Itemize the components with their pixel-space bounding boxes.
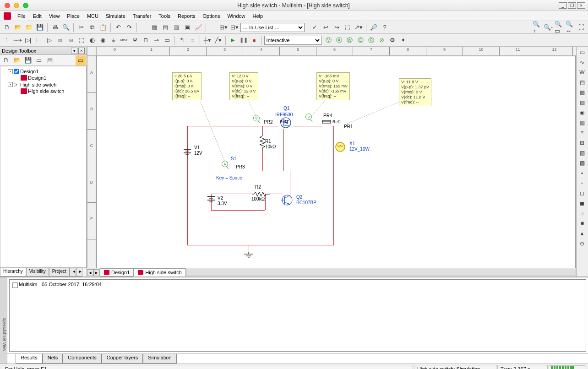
new-project-icon[interactable]: 🗋 xyxy=(1,55,11,65)
in-use-list-select[interactable]: --- In-Use List --- xyxy=(240,23,305,32)
open-project-icon[interactable]: 📂 xyxy=(12,55,22,65)
menu-window[interactable]: Window xyxy=(223,12,249,20)
place-connector-icon[interactable]: ⊸ xyxy=(152,35,161,45)
document-tab-design1[interactable]: Design1 xyxy=(100,268,134,277)
place-misc-digital-icon[interactable]: ⬚ xyxy=(76,35,86,45)
database-manager-icon[interactable]: ▣ xyxy=(182,22,192,33)
iv-analyzer-icon[interactable]: ▨ xyxy=(577,148,587,157)
expand-icon[interactable]: - xyxy=(8,82,13,87)
menu-help[interactable]: Help xyxy=(249,12,267,20)
tab-project[interactable]: Project xyxy=(49,268,70,277)
project-props-icon[interactable]: ▤ xyxy=(45,55,55,65)
tab-scroll-right-icon[interactable]: ▸ xyxy=(93,269,100,276)
component-chooser-icon[interactable]: ⊞▾ xyxy=(218,22,229,33)
place-ttl-icon[interactable]: ⧈ xyxy=(55,35,65,45)
run-simulation-icon[interactable]: ▶ xyxy=(228,35,238,45)
forward-annotate-icon[interactable]: ↪ xyxy=(332,22,342,33)
tree-checkbox[interactable] xyxy=(14,69,19,74)
document-tab-highside[interactable]: High side switch xyxy=(134,268,185,277)
tab-copper-layers[interactable]: Copper layers xyxy=(102,354,143,364)
tab-components[interactable]: Components xyxy=(63,354,101,364)
probe-manager-icon[interactable]: ✦ xyxy=(398,35,408,45)
menu-reports[interactable]: Reports xyxy=(174,12,199,20)
find-icon[interactable]: 🔎 xyxy=(369,22,379,33)
tree-node-highside[interactable]: - ▷ High side switch xyxy=(1,81,85,88)
zoom-fit-icon[interactable]: 🔍↔ xyxy=(565,22,575,33)
menu-mcu[interactable]: MCU xyxy=(83,12,102,20)
distortion-icon[interactable]: ▩ xyxy=(577,158,587,168)
current-probe-icon[interactable]: ⊙ xyxy=(577,239,587,248)
wattmeter-icon[interactable]: W xyxy=(577,68,587,77)
probe-current-icon[interactable]: Ⓐ xyxy=(334,35,344,45)
schematic-canvas[interactable]: I: 26.5 uA I(p-p): 0 A I(rms): 0 A I(dc)… xyxy=(96,56,575,268)
place-mcu-icon[interactable]: ▭ xyxy=(162,35,172,45)
multimeter-icon[interactable]: ▭ xyxy=(577,48,587,57)
tab-scroll-left-icon[interactable]: ◂ xyxy=(87,269,93,276)
tab-results[interactable]: Results xyxy=(16,354,43,364)
place-analog-icon[interactable]: ▷ xyxy=(44,35,54,45)
place-cmos-icon[interactable]: ⧇ xyxy=(66,35,76,45)
copy-icon[interactable]: ⧉ xyxy=(87,22,97,33)
menu-place[interactable]: Place xyxy=(63,12,83,20)
probe-voltage-icon[interactable]: Ⓥ xyxy=(323,35,333,45)
tab-hierarchy[interactable]: Hierarchy xyxy=(0,268,26,277)
dc-source-v1-icon[interactable] xyxy=(183,146,192,158)
rename-folder-icon[interactable]: ▭ xyxy=(76,55,86,65)
probe-power-icon[interactable]: Ⓦ xyxy=(345,35,354,45)
menu-file[interactable]: File xyxy=(14,12,29,20)
place-power-icon[interactable]: ⏚ xyxy=(109,35,118,45)
redo-icon[interactable]: ↷ xyxy=(124,22,134,33)
horizontal-scrollbar[interactable] xyxy=(186,269,576,276)
place-transistor-icon[interactable]: ⊢ xyxy=(34,35,44,45)
tree-node-highside-child[interactable]: High side switch xyxy=(1,88,85,94)
ground-symbol-icon[interactable] xyxy=(243,252,254,260)
freq-counter-icon[interactable]: ◉ xyxy=(577,108,587,117)
probe-settings-icon[interactable]: ⚙ xyxy=(387,35,397,45)
place-electromech-icon[interactable]: ⊓ xyxy=(141,35,150,45)
toggle-design-toolbox-icon[interactable]: ▦ xyxy=(149,22,159,33)
print-preview-icon[interactable]: 🔍 xyxy=(61,22,71,33)
tab-scroll-right-icon[interactable]: ▸ xyxy=(76,268,82,277)
bode-plotter-icon[interactable]: ▧ xyxy=(577,98,587,107)
wire-icon[interactable]: ╱▾ xyxy=(213,35,223,45)
ultiboard-icon[interactable]: ⬚ xyxy=(343,22,353,33)
undo-icon[interactable]: ↶ xyxy=(113,22,123,33)
grapher-icon[interactable]: 📈 xyxy=(193,22,203,33)
pause-simulation-icon[interactable]: ❚❚ xyxy=(239,35,248,45)
mdi-restore-icon[interactable]: ❐ xyxy=(568,2,576,9)
menu-options[interactable]: Options xyxy=(199,12,224,20)
maximize-window-icon[interactable] xyxy=(23,3,28,8)
probe-ref-icon[interactable]: Ⓡ xyxy=(366,35,376,45)
oscilloscope-icon[interactable]: ▤ xyxy=(577,78,587,87)
agilent-fgen-icon[interactable]: ◻ xyxy=(577,189,587,198)
zoom-in-icon[interactable]: 🔍+ xyxy=(532,22,542,33)
network-analyzer-icon[interactable]: ▫ xyxy=(577,179,587,188)
tab-scroll-left-icon[interactable]: ◂ xyxy=(70,268,76,277)
toggle-netlist-icon[interactable]: ▥ xyxy=(171,22,181,33)
four-ch-scope-icon[interactable]: ▦ xyxy=(577,88,587,97)
close-project-icon[interactable]: ▭ xyxy=(34,55,44,65)
cut-icon[interactable]: ✂ xyxy=(76,22,86,33)
place-mixed-icon[interactable]: ◐ xyxy=(87,35,97,45)
back-annotate-icon[interactable]: ↩ xyxy=(321,22,331,33)
tek-scope-icon[interactable]: ◾ xyxy=(577,219,587,228)
help-icon[interactable]: ? xyxy=(380,22,390,33)
place-misc-icon[interactable]: MISC xyxy=(120,35,129,45)
menu-view[interactable]: View xyxy=(45,12,64,20)
logic-analyzer-icon[interactable]: ≡ xyxy=(577,128,587,137)
agilent-scope-icon[interactable]: ◼ xyxy=(577,199,587,208)
logic-converter-icon[interactable]: ⊞ xyxy=(577,138,587,147)
menu-tools[interactable]: Tools xyxy=(155,12,174,20)
mdi-close-icon[interactable]: × xyxy=(577,2,585,9)
design-tree[interactable]: - Design1 Design1 - ▷ High side switch H… xyxy=(0,66,87,267)
agilent-multimeter-icon[interactable]: ◽ xyxy=(577,209,587,218)
export-icon[interactable]: ↗▾ xyxy=(354,22,364,33)
tree-node-design1[interactable]: - Design1 xyxy=(1,68,85,75)
mdi-minimize-icon[interactable]: _ xyxy=(559,2,567,9)
simulation-mode-select[interactable]: Interactive xyxy=(264,36,322,45)
fullscreen-icon[interactable]: ⛶ xyxy=(576,22,586,33)
junction-icon[interactable]: ┼▾ xyxy=(202,35,212,45)
toolbox-dropdown-icon[interactable]: ▾ xyxy=(71,48,77,54)
tab-nets[interactable]: Nets xyxy=(43,354,63,364)
expand-icon[interactable]: - xyxy=(8,69,13,74)
